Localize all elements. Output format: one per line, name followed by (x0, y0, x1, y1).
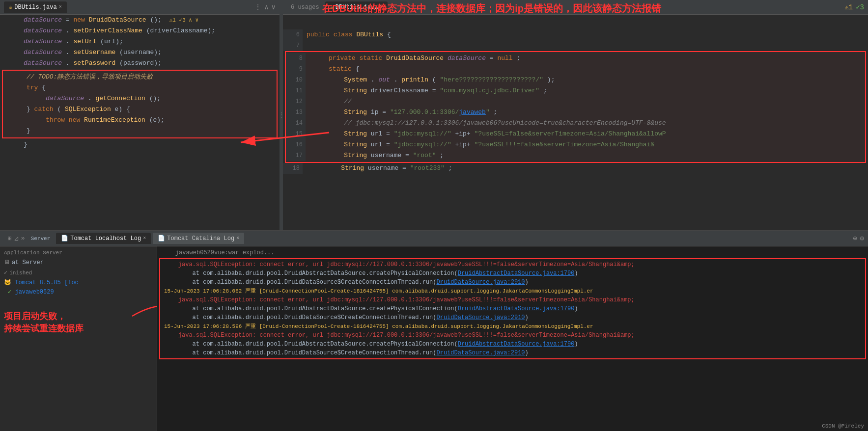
editor-area: ☕ DBUtils.java × ⋮ ∧ ∨ dataSource = new … (0, 0, 868, 230)
line-content: dataSource . setDriverClassName (driverC… (20, 26, 280, 36)
line-content: } (23, 126, 277, 136)
code-line: 15 String url = "jdbc:mysql://" +ip+ "?u… (286, 129, 865, 139)
log-line: java.sql.SQLException: connect error, ur… (160, 260, 865, 269)
throw-keyword: throw (46, 116, 65, 124)
code-token: dataSource (24, 16, 62, 24)
expand-icon[interactable]: ∨ (272, 3, 276, 11)
java-file-icon: ☕ (9, 3, 12, 11)
left-tab-close[interactable]: × (59, 4, 62, 10)
code-token: setDriverClassName (73, 27, 142, 34)
code-token: setUrl (73, 38, 96, 45)
code-token: "jdbc:mysql://" (394, 130, 451, 137)
log-link-3[interactable]: DruidAbstractDataSource.java:1790 (458, 305, 575, 312)
code-line: 10 System . out . println ( "here???????… (286, 75, 865, 85)
code-token: new (69, 116, 80, 124)
code-token (307, 164, 337, 172)
left-code-area: dataSource = new DruidDataSource (); ⚠1 … (0, 15, 280, 230)
server-icon: 🖥 (4, 259, 10, 266)
right-tab-bar: 6 usages ☕ DBUtils.java × ⚠1 ✓3 (283, 0, 868, 15)
code-token: "?useSSL=false&serverTimezone=Asia/Shang… (475, 130, 666, 137)
code-token: try (27, 84, 38, 91)
code-token: dataSource (46, 95, 84, 102)
log-link-5[interactable]: DruidAbstractDataSource.java:1790 (458, 341, 575, 348)
log-link-2[interactable]: DruidDataSource.java:2910 (437, 279, 525, 286)
more-icon[interactable]: ⋮ (254, 3, 261, 11)
code-token: } (27, 127, 30, 135)
application-server-label: Application Server (4, 250, 62, 256)
code-token: SQLException (65, 106, 111, 113)
more-icon-bottom[interactable]: » (21, 235, 25, 242)
code-token: (driverClassname); (146, 27, 215, 34)
code-token: +ip+ (455, 130, 471, 137)
catalina-log-label: Tomcat Catalina Log (167, 235, 234, 242)
code-token: ; (448, 164, 452, 172)
code-token: . (66, 59, 70, 67)
line-content: private static DruidDataSource dataSourc… (306, 53, 865, 64)
code-line: dataSource . getConnection (); (3, 93, 277, 104)
line-number: 9 (286, 64, 306, 75)
server-label[interactable]: Server (27, 235, 55, 242)
log-line: at com.alibaba.druid.pool.DruidDataSourc… (160, 349, 865, 357)
code-line: 8 private static DruidDataSource dataSou… (286, 53, 865, 64)
gear-icon-bottom[interactable]: ⚙ (860, 234, 864, 242)
code-token: { (356, 65, 360, 73)
server-status-row: ✓ inished (0, 268, 157, 278)
code-token: ); (547, 76, 555, 83)
bottom-content: Application Server 🖥 at Server ✓ inished… (0, 246, 868, 431)
code-line: 16 String url = "jdbc:mysql://" +ip+ "?u… (286, 139, 865, 150)
code-line: throw new RuntimeException (e); (3, 115, 277, 126)
right-tab-dbutils[interactable]: ☕ DBUtils.java × (325, 1, 388, 13)
log-line: javaweb0529vue:war explod... (157, 248, 868, 257)
code-token: RuntimeException (84, 116, 145, 124)
line-content: String username = "root" ; (306, 150, 865, 161)
code-token: String (344, 130, 367, 137)
localhost-tab-close[interactable]: × (143, 236, 146, 241)
line-content: dataSource . setPassword (password); (20, 58, 280, 69)
code-token: DruidDataSource (386, 54, 444, 62)
log-line: 15-Jun-2023 17:06:28.082 严重 [Druid-Conne… (160, 287, 865, 296)
bottom-toolbar-icons: ⊞ ⊿ » (8, 235, 25, 242)
line-content: String url = "jdbc:mysql://" +ip+ "?useS… (306, 129, 865, 139)
plus-icon[interactable]: ⊕ (853, 234, 857, 242)
code-token (309, 130, 340, 137)
collapse-icon[interactable]: ∧ (264, 3, 268, 11)
log-link-6[interactable]: DruidDataSource.java:2910 (437, 350, 525, 356)
code-token: username = (368, 164, 410, 172)
line-content: String ip = "127.000.0.1:3306/javaweb" ; (306, 107, 865, 118)
line-number: 12 (286, 96, 306, 107)
code-token: driverClassname = (371, 87, 440, 94)
tomcat-label: Tomcat 8.5.85 [loc (15, 279, 79, 286)
log-line: at com.alibaba.druid.pool.DruidAbstractD… (160, 304, 865, 313)
code-token: (); (149, 95, 161, 102)
left-tab-dbutils[interactable]: ☕ DBUtils.java × (4, 1, 67, 13)
line-content: } (20, 139, 280, 150)
code-token (309, 65, 325, 73)
warning-icon: ⚠1 (844, 3, 853, 11)
code-token: catch (34, 106, 54, 113)
bottom-left-panel: Application Server 🖥 at Server ✓ inished… (0, 246, 157, 431)
filter-icon[interactable]: ⊿ (14, 235, 19, 242)
code-token: getConnection (95, 95, 145, 102)
right-toolbar-icons: ⚠1 ✓3 (844, 3, 864, 11)
line-number: 11 (286, 85, 306, 96)
code-line: 7 (283, 40, 868, 51)
log-file-icon: 📄 (61, 235, 68, 242)
code-line: 14 // jdbc:mysql://127.0.0.1:3306/javawe… (286, 118, 865, 129)
bottom-panel: ⊞ ⊿ » Server 📄 Tomcat Localhost Log × 📄 … (0, 230, 868, 431)
tab-catalina-log[interactable]: 📄 Tomcat Catalina Log × (153, 233, 244, 244)
code-token: url = (371, 130, 394, 137)
code-token: String (344, 108, 367, 116)
left-tab-label: DBUtils.java (14, 4, 56, 11)
finished-icon: ✓ (4, 269, 7, 276)
code-line: 18 String username = "root233" ; (283, 163, 868, 174)
grid-icon[interactable]: ⊞ (8, 235, 12, 242)
right-tab-close[interactable]: × (380, 4, 383, 10)
log-line: at com.alibaba.druid.pool.DruidAbstractD… (160, 340, 865, 349)
catalina-tab-close[interactable]: × (236, 236, 239, 241)
tomcat-row[interactable]: 🐱 Tomcat 8.5.85 [loc (0, 278, 157, 287)
code-token: "root233" (410, 164, 445, 172)
tab-localhost-log[interactable]: 📄 Tomcat Localhost Log × (56, 233, 151, 244)
log-link[interactable]: DruidAbstractDataSource.java:1790 (458, 270, 575, 277)
code-token: . (371, 76, 375, 83)
log-link-4[interactable]: DruidDataSource.java:2910 (437, 314, 525, 321)
